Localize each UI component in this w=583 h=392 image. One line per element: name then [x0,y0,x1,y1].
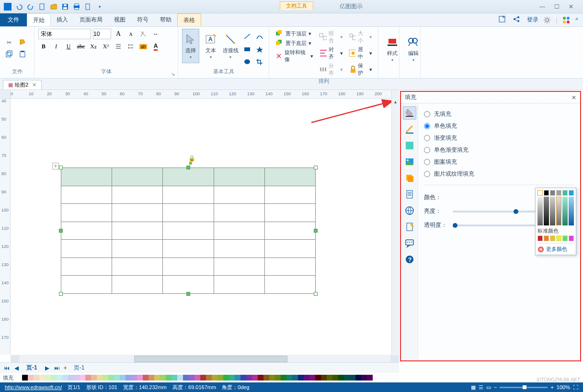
color-swatch[interactable] [62,375,68,381]
next-page-icon[interactable]: ▶ [44,365,50,371]
color-swatch[interactable] [246,375,252,381]
edit-tab-icon[interactable] [403,220,416,234]
font-size-select[interactable] [93,29,111,39]
color-swatch[interactable] [286,375,292,381]
first-page-icon[interactable]: ⏮ [3,365,11,371]
handle-ne[interactable] [314,166,318,169]
color-swatch[interactable] [97,375,103,381]
shade-3[interactable] [550,197,555,225]
underline-button[interactable]: U [63,41,74,52]
copy-icon[interactable] [4,49,14,59]
panel-close-icon[interactable]: ✕ [572,94,576,101]
last-page-icon[interactable]: ⏭ [53,365,61,371]
color-swatch[interactable] [200,375,206,381]
increase-font-icon[interactable]: A [113,29,124,39]
color-swatch[interactable] [39,375,45,381]
color-swatch[interactable] [240,375,246,381]
help-tab-icon[interactable]: ? [403,253,416,266]
color-swatch[interactable] [171,375,177,381]
gear-icon[interactable] [543,16,551,24]
color-swatch[interactable] [350,375,355,381]
tab-start[interactable]: 开始 [27,13,51,26]
scroll-left-icon[interactable] [11,355,19,363]
handle-nw[interactable] [59,166,63,169]
highlight-icon[interactable]: ab [138,41,149,52]
radio-solid-gradient-fill[interactable]: 单色渐变填充 [424,144,574,156]
add-page-icon[interactable]: + [64,365,67,371]
color-swatch[interactable] [263,375,269,381]
select-tool[interactable]: 选择 ▾ [182,29,199,63]
text-tool[interactable]: A 文本 ▾ [202,29,219,63]
italic-button[interactable]: I [51,41,61,52]
char-spacing-icon[interactable]: ↔ [150,29,161,39]
rect-tool-icon[interactable] [242,45,252,54]
std-yellow[interactable] [556,235,561,241]
color-swatch[interactable] [338,375,344,381]
theme-blue[interactable] [569,190,574,196]
color-swatch[interactable] [217,375,223,381]
rotation-handle[interactable] [189,162,192,165]
font-color-icon[interactable]: A [150,41,161,52]
handle-n[interactable] [186,166,190,169]
color-swatch[interactable] [108,375,114,381]
save-icon[interactable] [60,2,70,11]
connector-tool[interactable]: 连接线 ▾ [222,29,239,63]
color-swatch[interactable] [344,375,350,381]
image-tab-icon[interactable] [403,155,416,168]
color-swatch[interactable] [229,375,235,381]
radio-image-fill[interactable]: 图片或纹理填充 [424,168,574,180]
open-icon[interactable] [49,2,58,11]
color-swatch[interactable] [321,375,327,381]
view-mode-3-icon[interactable]: ▭ [486,384,491,391]
shade-4[interactable] [556,197,561,225]
export-icon[interactable] [83,2,93,11]
size-button[interactable]: 大小▾ [347,29,374,45]
font-launcher-icon[interactable]: ↘ [171,71,176,76]
color-swatch[interactable] [206,375,212,381]
superscript-button[interactable]: X² [101,41,111,52]
prev-page-icon[interactable]: ◀ [13,365,20,371]
shade-1[interactable] [537,197,543,225]
close-icon[interactable]: ✕ [566,2,576,11]
maximize-icon[interactable]: ☐ [552,2,561,11]
theme-white[interactable] [537,190,543,196]
color-swatch[interactable] [304,375,309,381]
theme-teal[interactable] [562,190,568,196]
collapse-ribbon-icon[interactable]: ^ [575,17,578,23]
color-swatch[interactable] [252,375,258,381]
color-swatch[interactable] [166,375,171,381]
std-green[interactable] [562,235,568,241]
page-tab-icon[interactable] [403,188,416,201]
color-swatch[interactable] [114,375,120,381]
color-swatch[interactable] [189,375,194,381]
tab-insert[interactable]: 插入 [51,13,74,26]
tab-layout[interactable]: 页面布局 [74,13,108,26]
color-swatch[interactable] [269,375,275,381]
fill-tab-icon[interactable] [403,106,416,120]
handle-e[interactable] [314,229,318,233]
tab-close-icon[interactable]: ✕ [32,82,36,88]
bold-button[interactable]: B [38,41,49,52]
comment-tab-icon[interactable] [403,236,416,250]
vertical-scrollbar[interactable]: ▲ [391,90,399,355]
radio-solid-fill[interactable]: 单色填充 [424,120,574,132]
std-orange[interactable] [544,235,549,241]
tab-view[interactable]: 视图 [108,13,131,26]
color-swatch[interactable] [160,375,166,381]
share-icon[interactable] [498,15,508,25]
login-link[interactable]: 登录 [527,16,538,24]
color-swatch[interactable] [183,375,189,381]
color-swatch[interactable] [85,375,91,381]
color-swatch[interactable] [309,375,315,381]
handle-sw[interactable] [59,292,63,296]
tab-help[interactable]: 帮助 [154,13,177,26]
qat-dropdown-icon[interactable]: ▾ [95,2,104,11]
view-mode-1-icon[interactable]: ▦ [471,384,476,391]
color-swatch[interactable] [22,375,28,381]
color-swatch[interactable] [137,375,143,381]
group-button[interactable]: 组合▾ [317,29,344,45]
zoom-level[interactable]: 100% [557,384,570,390]
color-swatch[interactable] [194,375,200,381]
color-swatch[interactable] [51,375,57,381]
clear-format-icon[interactable] [138,29,149,39]
